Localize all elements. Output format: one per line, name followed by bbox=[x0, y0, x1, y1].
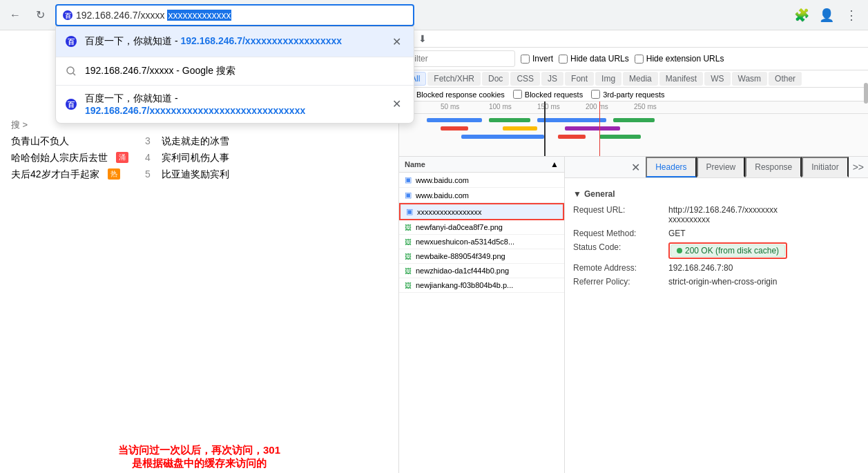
annotation-line1: 当访问过一次以后，再次访问，301 bbox=[0, 444, 398, 457]
devtools-top-bar: ⬆ ⬇ bbox=[399, 30, 868, 48]
hide-data-urls-label[interactable]: Hide data URLs bbox=[559, 54, 629, 64]
filter-tab-img[interactable]: Img bbox=[595, 72, 621, 86]
menu-button[interactable]: ⋮ bbox=[840, 4, 862, 26]
network-list-area: Name ▲ ▣ www.baidu.com ▣ www.baidu.com ▣… bbox=[399, 157, 868, 473]
filter-tab-media[interactable]: Media bbox=[623, 72, 658, 86]
list-item[interactable]: 🖼 newzhidao-da1cf444b0.png bbox=[399, 264, 564, 278]
scroll-up-btn[interactable]: ▲ bbox=[550, 160, 559, 169]
hide-extension-urls-checkbox[interactable] bbox=[635, 55, 644, 64]
tab-response[interactable]: Response bbox=[745, 157, 802, 177]
img-icon: 🖼 bbox=[405, 253, 412, 260]
img-icon: 🖼 bbox=[405, 238, 412, 246]
list-item[interactable]: 🖼 newfanyi-da0cea8f7e.png bbox=[399, 220, 564, 235]
blocked-requests-label[interactable]: Blocked requests bbox=[513, 90, 583, 99]
img-icon: 🖼 bbox=[405, 224, 412, 231]
svg-text:百: 百 bbox=[68, 101, 75, 108]
details-content: ▼ General Request URL: http://192.168.24… bbox=[565, 178, 868, 294]
baidu-favicon-icon: 百 bbox=[62, 10, 73, 21]
filter-tab-other[interactable]: Other bbox=[769, 72, 802, 86]
address-bar-container: 百 192.168.246.7/xxxxxxxxxxxxxxxxxx 百 百度一… bbox=[55, 4, 785, 26]
browser-toolbar: ← ↻ 百 192.168.246.7/xxxxxxxxxxxxxxxxxx 百… bbox=[0, 0, 868, 30]
svg-line-5 bbox=[73, 73, 75, 75]
list-item[interactable]: 🖼 newjiankang-f03b804b4b.p... bbox=[399, 278, 564, 293]
autocomplete-text-3: 百度一下，你就知道 - 192.168.246.7/xxxxxxxxxxxxxx… bbox=[85, 93, 381, 116]
tab-initiator[interactable]: Initiator bbox=[802, 157, 848, 177]
details-tabs: ✕ Headers Preview Response Initiator >> bbox=[565, 157, 868, 178]
profile-button[interactable]: 👤 bbox=[816, 4, 838, 26]
reload-button[interactable]: ↻ bbox=[30, 6, 50, 25]
browser-actions: 🧩 👤 ⋮ bbox=[791, 4, 862, 26]
right-column: 3 说走就走的冰雪 4 宾利司机伤人事 5 比亚迪奖励宾利 bbox=[145, 135, 229, 185]
devtools-panel: ⬆ ⬇ Invert Hide data URLs Hide extension… bbox=[398, 30, 868, 473]
timeline-bar bbox=[503, 126, 537, 131]
list-item[interactable]: 🖼 newxueshuicon-a5314d5c8... bbox=[399, 235, 564, 249]
filter-tab-js[interactable]: JS bbox=[541, 72, 563, 86]
general-section-title: ▼ General bbox=[573, 189, 860, 199]
doc-icon: ▣ bbox=[406, 207, 413, 216]
status-code-row: Status Code: 200 OK (from disk cache) bbox=[573, 240, 860, 261]
list-item-selected[interactable]: ▣ xxxxxxxxxxxxxxxxx bbox=[399, 203, 564, 220]
blocked-response-label[interactable]: Blocked response cookies bbox=[405, 90, 505, 99]
filter-tab-font[interactable]: Font bbox=[565, 72, 594, 86]
download-icon[interactable]: ⬇ bbox=[418, 33, 427, 44]
search-icon-autocomplete bbox=[64, 64, 78, 78]
svg-point-4 bbox=[67, 67, 74, 74]
autocomplete-item-google[interactable]: 192.168.246.7/xxxxx - Google 搜索 bbox=[56, 57, 414, 85]
hot-badge: 涌 bbox=[116, 152, 128, 163]
filter-tab-css[interactable]: CSS bbox=[510, 72, 540, 86]
autocomplete-close-2[interactable]: ✕ bbox=[388, 96, 405, 112]
doc-icon: ▣ bbox=[405, 191, 412, 200]
third-party-checkbox[interactable] bbox=[591, 90, 600, 99]
tab-headers[interactable]: Headers bbox=[646, 157, 696, 177]
hide-extension-urls-label[interactable]: Hide extension URLs bbox=[635, 54, 724, 64]
network-list: Name ▲ ▣ www.baidu.com ▣ www.baidu.com ▣… bbox=[399, 157, 565, 473]
filter-tab-wasm[interactable]: Wasm bbox=[732, 72, 768, 86]
item-text: 宾利司机伤人事 bbox=[162, 152, 229, 164]
invert-checkbox-label[interactable]: Invert bbox=[521, 54, 553, 64]
timeline-bar bbox=[461, 135, 544, 139]
address-text-normal: 192.168.246.7/xxxxx bbox=[76, 10, 164, 21]
timeline-bar bbox=[537, 118, 606, 122]
filter-input[interactable] bbox=[405, 50, 515, 67]
third-party-label[interactable]: 3rd-party requests bbox=[591, 90, 664, 99]
filter-tab-manifest[interactable]: Manifest bbox=[659, 72, 703, 86]
item-text: 夫后42岁才白手起家 bbox=[11, 168, 99, 181]
list-item: 负青山不负人 bbox=[11, 135, 128, 148]
tab-preview[interactable]: Preview bbox=[697, 157, 746, 177]
list-item[interactable]: 🖼 newbaike-889054f349.png bbox=[399, 249, 564, 264]
list-item: 3 说走就走的冰雪 bbox=[145, 135, 229, 148]
timeline-bar bbox=[599, 135, 641, 139]
list-item[interactable]: ▣ www.baidu.com bbox=[399, 173, 564, 188]
autocomplete-item-baidu-2[interactable]: 百 百度一下，你就知道 - 192.168.246.7/xxxxxxxxxxxx… bbox=[56, 86, 414, 123]
network-list-header: Name ▲ bbox=[399, 157, 564, 173]
autocomplete-close-1[interactable]: ✕ bbox=[388, 34, 405, 50]
left-column: 负青山不负人 哈哈创始人宗庆后去世 涌 夫后42岁才白手起家 热 bbox=[11, 135, 128, 185]
network-filter-bar: Invert Hide data URLs Hide extension URL… bbox=[399, 48, 868, 70]
extensions-button[interactable]: 🧩 bbox=[791, 4, 813, 26]
filter-tabs-row: All Fetch/XHR Doc CSS JS Font Img Media … bbox=[399, 70, 868, 88]
news-section: 搜 > 负青山不负人 哈哈创始人宗庆后去世 涌 夫后42岁才白手起家 热 bbox=[0, 113, 398, 191]
remote-address-row: Remote Address: 192.168.246.7:80 bbox=[573, 261, 860, 275]
list-item[interactable]: ▣ www.baidu.com bbox=[399, 188, 564, 203]
hot-badge-orange: 热 bbox=[108, 168, 120, 180]
filter-tab-doc[interactable]: Doc bbox=[482, 72, 509, 86]
filter-tab-ws[interactable]: WS bbox=[704, 72, 730, 86]
autocomplete-item-baidu-1[interactable]: 百 百度一下，你就知道 - 192.168.246.7/xxxxxxxxxxxx… bbox=[56, 27, 414, 57]
item-text: 说走就走的冰雪 bbox=[162, 135, 229, 148]
back-button[interactable]: ← bbox=[6, 6, 25, 25]
hide-data-urls-checkbox[interactable] bbox=[559, 55, 568, 64]
timeline-bar bbox=[427, 118, 482, 122]
timeline-content: 50 ms 100 ms 150 ms 200 ms 250 ms bbox=[399, 102, 868, 156]
item-text: 哈哈创始人宗庆后去世 bbox=[11, 152, 108, 164]
timeline-bar bbox=[558, 135, 586, 139]
address-bar[interactable]: 百 192.168.246.7/xxxxxxxxxxxxxxxxxx bbox=[55, 4, 414, 26]
svg-text:百: 百 bbox=[65, 12, 72, 19]
request-method-row: Request Method: GET bbox=[573, 226, 860, 240]
timeline-markers: 50 ms 100 ms 150 ms 200 ms 250 ms bbox=[399, 103, 868, 114]
blocked-requests-checkbox[interactable] bbox=[513, 90, 522, 99]
filter-tab-fetchxhr[interactable]: Fetch/XHR bbox=[427, 72, 481, 86]
more-tabs-button[interactable]: >> bbox=[849, 159, 868, 175]
close-details-button[interactable]: ✕ bbox=[626, 158, 646, 177]
invert-checkbox[interactable] bbox=[521, 55, 530, 64]
img-icon: 🖼 bbox=[405, 267, 412, 275]
